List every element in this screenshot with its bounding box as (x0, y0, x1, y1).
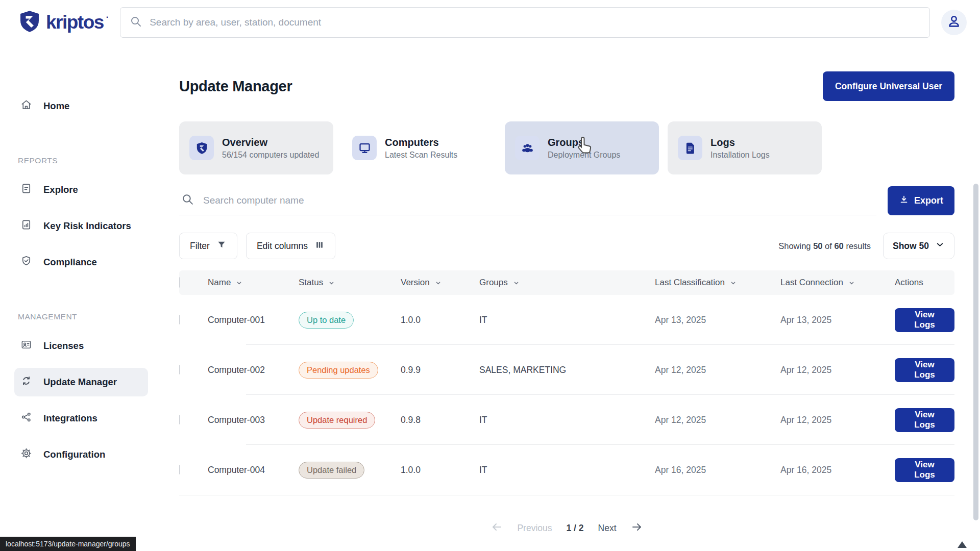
top-header: kriptos · (0, 0, 980, 45)
view-logs-button[interactable]: View Logs (895, 458, 954, 482)
funnel-icon (216, 240, 227, 253)
user-avatar-button[interactable] (941, 10, 967, 35)
sort-chevron-icon (235, 279, 243, 287)
sidebar-item-label: Integrations (43, 413, 97, 424)
shield-brand-icon (189, 136, 214, 160)
next-page-button[interactable]: Next (598, 523, 617, 534)
previous-page-button[interactable]: Previous (517, 523, 552, 534)
main-content: Update Manager Configure Universal User … (162, 45, 980, 551)
edit-columns-button[interactable]: Edit columns (246, 233, 335, 259)
sidebar-item-update-manager[interactable]: Update Manager (14, 368, 148, 396)
cell-last-classification: Apr 12, 2025 (655, 365, 780, 375)
column-header-actions: Actions (895, 278, 954, 288)
view-logs-button[interactable]: View Logs (895, 358, 954, 382)
cell-version: 0.9.9 (401, 365, 479, 375)
sidebar-item-home[interactable]: Home (14, 92, 148, 120)
configure-universal-user-button[interactable]: Configure Universal User (823, 71, 954, 101)
document-icon (20, 183, 32, 197)
cell-name: Computer-002 (208, 365, 299, 375)
row-checkbox[interactable] (179, 415, 180, 424)
column-header-last-connection[interactable]: Last Connection (780, 278, 895, 288)
view-logs-button[interactable]: View Logs (895, 308, 954, 332)
column-header-name[interactable]: Name (208, 278, 299, 288)
sort-chevron-icon (328, 279, 335, 287)
global-search-input[interactable] (149, 16, 920, 29)
logo-trademark: · (106, 13, 109, 22)
tab-title: Computers (385, 137, 457, 148)
export-button[interactable]: Export (888, 186, 954, 215)
tab-title: Logs (710, 137, 770, 148)
search-icon (130, 15, 142, 30)
tab-groups[interactable]: Groups Deployment Groups (505, 121, 659, 174)
page-title: Update Manager (179, 78, 292, 95)
sidebar-item-label: Compliance (43, 257, 97, 268)
edit-columns-label: Edit columns (257, 241, 308, 252)
kriptos-logo[interactable]: kriptos · (18, 10, 109, 35)
sidebar-item-integrations[interactable]: Integrations (14, 404, 148, 433)
sidebar-item-label: Key Risk Indicators (43, 220, 131, 232)
column-header-status[interactable]: Status (299, 278, 401, 288)
computer-search-input[interactable] (202, 194, 874, 207)
status-badge: Pending updates (299, 362, 378, 379)
cell-groups: SALES, MARKETING (479, 365, 655, 375)
row-checkbox[interactable] (179, 315, 180, 324)
home-icon (20, 99, 32, 113)
row-checkbox[interactable] (179, 365, 180, 374)
sidebar-item-label: Configuration (43, 449, 105, 460)
sidebar-item-compliance[interactable]: Compliance (14, 248, 148, 277)
shield-check-icon (20, 255, 32, 269)
row-checkbox[interactable] (179, 465, 180, 474)
sidebar-section-reports: REPORTS Explore Key Risk Indicators Comp… (0, 156, 162, 277)
select-all-checkbox[interactable] (179, 277, 180, 288)
tab-title: Groups (548, 137, 620, 148)
table-row: Computer-004 Update failed 1.0.0 IT Apr … (179, 445, 954, 495)
sort-chevron-icon (729, 279, 737, 287)
tab-computers[interactable]: Computers Latest Scan Results (342, 121, 496, 174)
page-size-select[interactable]: Show 50 (883, 233, 954, 259)
cell-name: Computer-003 (208, 415, 299, 425)
global-search[interactable] (120, 7, 930, 38)
cell-name: Computer-001 (208, 315, 299, 325)
view-logs-button[interactable]: View Logs (895, 408, 954, 432)
tab-logs[interactable]: Logs Installation Logs (668, 121, 822, 174)
computer-search[interactable] (179, 186, 876, 215)
document-log-icon (678, 136, 702, 160)
scrollbar-thumb[interactable] (973, 184, 978, 520)
cell-last-classification: Apr 13, 2025 (655, 315, 780, 325)
sidebar-item-explore[interactable]: Explore (14, 176, 148, 204)
arrow-left-icon (491, 521, 503, 536)
column-header-groups[interactable]: Groups (479, 278, 655, 288)
cell-version: 0.9.8 (401, 415, 479, 425)
arrow-right-icon[interactable] (631, 521, 643, 536)
user-icon (946, 14, 962, 31)
sidebar-section-title: MANAGEMENT (18, 312, 162, 321)
cell-last-connection: Apr 13, 2025 (780, 315, 895, 325)
tab-subtitle: Installation Logs (710, 151, 770, 160)
column-header-last-classification[interactable]: Last Classification (655, 278, 780, 288)
gear-icon (20, 447, 32, 462)
sidebar-item-licenses[interactable]: Licenses (14, 332, 148, 360)
status-bar-url: localhost:5173/update-manager/groups (0, 537, 136, 551)
pagination: Previous 1 / 2 Next (179, 521, 954, 536)
tab-subtitle: Deployment Groups (548, 151, 620, 160)
sidebar: Home REPORTS Explore Key Risk Indicators (0, 45, 162, 551)
sidebar-item-key-risk-indicators[interactable]: Key Risk Indicators (14, 212, 148, 240)
chevron-down-icon (935, 240, 945, 252)
sidebar-item-label: Home (43, 101, 69, 112)
table-row: Computer-001 Up to date 1.0.0 IT Apr 13,… (179, 295, 954, 345)
cell-version: 1.0.0 (401, 465, 479, 475)
cell-groups: IT (479, 315, 655, 325)
columns-icon (314, 240, 325, 253)
tab-bar: Overview 56/154 computers updated Comput… (179, 121, 954, 174)
status-badge: Update failed (299, 462, 364, 479)
export-label: Export (914, 195, 943, 206)
bar-chart-icon (20, 219, 32, 233)
sidebar-item-label: Licenses (43, 340, 84, 352)
tab-overview[interactable]: Overview 56/154 computers updated (179, 121, 333, 174)
cell-last-connection: Apr 16, 2025 (780, 465, 895, 475)
filter-button[interactable]: Filter (179, 233, 237, 259)
sidebar-item-configuration[interactable]: Configuration (14, 440, 148, 469)
sidebar-item-label: Update Manager (43, 377, 117, 388)
users-icon (515, 136, 540, 160)
column-header-version[interactable]: Version (401, 278, 479, 288)
